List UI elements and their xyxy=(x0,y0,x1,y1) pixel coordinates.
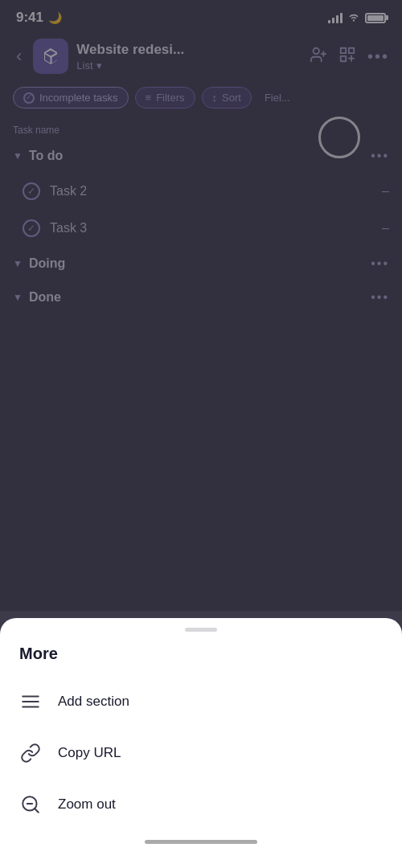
section-todo[interactable]: ▼ To do ••• xyxy=(0,139,402,173)
section-todo-left: ▼ To do xyxy=(13,149,63,163)
home-indicator xyxy=(145,840,257,844)
incomplete-tasks-chip[interactable]: Incomplete tasks xyxy=(13,87,129,108)
task3-left: ✓ Task 3 xyxy=(23,219,87,237)
status-time: 9:41 xyxy=(16,10,43,26)
filters-label: Filters xyxy=(156,92,184,104)
status-bar: 9:41 🌙 xyxy=(0,0,402,32)
filters-chip[interactable]: ≡ Filters xyxy=(135,87,195,108)
doing-label: Doing xyxy=(29,256,65,271)
table-row[interactable]: ✓ Task 2 – xyxy=(0,173,402,210)
done-menu-button[interactable]: ••• xyxy=(371,290,389,305)
task2-left: ✓ Task 2 xyxy=(23,182,87,200)
filter-bar: Incomplete tasks ≡ Filters ↕ Sort Fiel..… xyxy=(0,80,402,115)
task-list: Task name ▼ To do ••• ✓ Task 2 – ✓ Task … xyxy=(0,115,402,317)
sort-chip[interactable]: ↕ Sort xyxy=(202,87,252,108)
incomplete-icon xyxy=(23,92,35,104)
signal-icon xyxy=(328,12,343,23)
check-icon: ✓ xyxy=(27,186,35,197)
todo-chevron: ▼ xyxy=(13,150,23,162)
incomplete-tasks-label: Incomplete tasks xyxy=(39,92,118,104)
sheet-handle xyxy=(185,628,217,632)
sort-label: Sort xyxy=(222,92,241,104)
done-label: Done xyxy=(29,290,61,305)
table-row[interactable]: ✓ Task 3 – xyxy=(0,210,402,247)
add-section-icon xyxy=(19,690,42,713)
done-chevron: ▼ xyxy=(13,292,23,303)
doing-menu-button[interactable]: ••• xyxy=(371,256,389,271)
wifi-icon xyxy=(347,11,360,24)
zoom-out-label: Zoom out xyxy=(58,796,116,813)
more-options-button[interactable]: ••• xyxy=(367,47,389,66)
subtitle-chevron: ▾ xyxy=(96,59,102,72)
add-person-button[interactable] xyxy=(310,46,327,68)
project-subtitle[interactable]: List ▾ xyxy=(76,59,302,72)
copy-url-icon xyxy=(19,742,42,764)
task3-dash: – xyxy=(382,221,389,235)
task3-checkbox[interactable]: ✓ xyxy=(23,219,40,237)
doing-chevron: ▼ xyxy=(13,258,23,269)
task3-name: Task 3 xyxy=(50,221,87,235)
column-header: Task name xyxy=(0,118,402,139)
svg-point-0 xyxy=(314,47,319,53)
task2-dash: – xyxy=(382,184,389,199)
bottom-sheet: More Add section Copy URL xyxy=(0,618,402,868)
header-actions: ••• xyxy=(310,46,389,68)
svg-line-12 xyxy=(35,809,39,813)
copy-url-label: Copy URL xyxy=(58,745,121,761)
filter-divider-icon: ≡ xyxy=(146,92,152,104)
section-doing-left: ▼ Doing xyxy=(13,256,65,271)
project-title: Website redesi... xyxy=(76,42,302,58)
sort-icon: ↕ xyxy=(212,92,218,104)
section-doing[interactable]: ▼ Doing ••• xyxy=(0,247,402,280)
copy-url-item[interactable]: Copy URL xyxy=(0,727,402,779)
section-done[interactable]: ▼ Done ••• xyxy=(0,280,402,314)
check-icon: ✓ xyxy=(27,223,35,234)
fields-chip[interactable]: Fiel... xyxy=(258,88,297,108)
task2-name: Task 2 xyxy=(50,184,87,199)
moon-icon: 🌙 xyxy=(48,11,62,24)
add-section-item[interactable]: Add section xyxy=(0,676,402,727)
fields-label: Fiel... xyxy=(265,92,290,104)
battery-icon xyxy=(365,13,386,23)
task2-checkbox[interactable]: ✓ xyxy=(23,182,40,200)
zoom-out-icon xyxy=(19,793,42,816)
section-done-left: ▼ Done xyxy=(13,290,61,305)
project-icon xyxy=(33,39,68,74)
status-icons xyxy=(328,11,386,24)
svg-rect-3 xyxy=(341,47,346,52)
svg-rect-4 xyxy=(349,47,354,52)
todo-menu-button[interactable]: ••• xyxy=(371,149,389,163)
back-button[interactable]: ‹ xyxy=(13,43,25,70)
header: ‹ Website redesi... List ▾ xyxy=(0,32,402,80)
svg-rect-5 xyxy=(341,55,346,60)
zoom-out-item[interactable]: Zoom out xyxy=(0,779,402,830)
sheet-title: More xyxy=(0,638,402,676)
layout-button[interactable] xyxy=(338,46,356,68)
project-info: Website redesi... List ▾ xyxy=(76,42,302,72)
add-section-label: Add section xyxy=(58,694,129,710)
todo-label: To do xyxy=(29,149,63,163)
